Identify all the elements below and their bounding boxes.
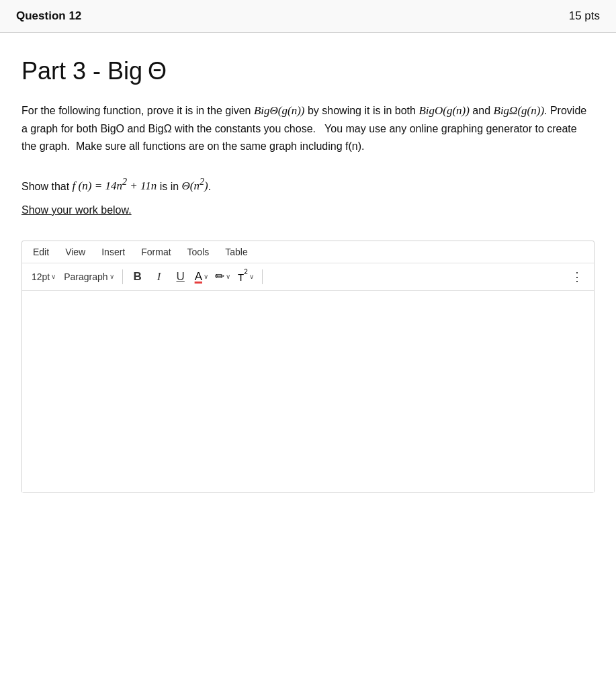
math-bigo: BigO(g(n)): [419, 104, 470, 117]
part-title: Part 3 - BigΘ: [21, 57, 595, 85]
highlight-chevron-icon: ∨: [226, 273, 230, 280]
font-color-chevron-icon: ∨: [204, 273, 208, 280]
math-bigomega: BigΩ(g(n)): [494, 104, 545, 117]
theta-symbol: Θ: [148, 57, 167, 85]
paragraph-value: Paragraph: [64, 271, 107, 282]
menu-insert[interactable]: Insert: [99, 245, 128, 259]
math-bigo-theta: BigΘ(g(n)): [254, 104, 305, 117]
italic-button[interactable]: I: [150, 267, 169, 286]
math-function: f (n) = 14n2 + 11n: [73, 179, 157, 192]
description-text: For the following function, prove it is …: [21, 101, 595, 156]
highlight-button[interactable]: ✏ ∨: [213, 268, 232, 285]
menu-tools[interactable]: Tools: [185, 245, 212, 259]
italic-icon: I: [157, 270, 161, 284]
editor-toolbar: 12pt ∨ Paragraph ∨ B I U: [22, 263, 594, 291]
font-color-icon: A: [195, 270, 202, 284]
points-label: 15 pts: [569, 9, 600, 23]
toolbar-divider-1: [122, 269, 123, 284]
pencil-icon: ✏: [215, 269, 224, 284]
menu-format[interactable]: Format: [138, 245, 173, 259]
superscript-icon: T2: [238, 271, 248, 283]
underline-icon: U: [177, 270, 185, 284]
font-size-selector[interactable]: 12pt ∨: [29, 270, 58, 284]
text-area-body[interactable]: [22, 291, 594, 492]
paragraph-chevron-icon: ∨: [109, 273, 114, 280]
editor-container: Edit View Insert Format Tools Table 12pt…: [21, 241, 595, 493]
part-title-text: Part 3 - Big: [21, 57, 142, 85]
editor-menubar: Edit View Insert Format Tools Table: [22, 241, 594, 263]
menu-view[interactable]: View: [62, 245, 88, 259]
menu-edit[interactable]: Edit: [30, 245, 52, 259]
page-container: Question 12 15 pts Part 3 - BigΘ For the…: [0, 0, 616, 688]
underline-button[interactable]: U: [171, 267, 190, 286]
paragraph-selector[interactable]: Paragraph ∨: [61, 270, 116, 284]
question-label: Question 12: [16, 9, 81, 23]
font-size-chevron-icon: ∨: [51, 273, 56, 280]
bold-button[interactable]: B: [128, 267, 147, 286]
superscript-button[interactable]: T2 ∨: [235, 269, 257, 284]
math-theta-n2: Θ(n2): [182, 179, 208, 192]
toolbar-divider-2: [262, 269, 263, 284]
content-area: Part 3 - BigΘ For the following function…: [0, 33, 616, 509]
superscript-chevron-icon: ∨: [249, 273, 254, 280]
font-size-value: 12pt: [32, 271, 50, 282]
show-work-link[interactable]: Show your work below.: [21, 204, 132, 216]
header-bar: Question 12 15 pts: [0, 0, 616, 33]
show-that-line: Show that f (n) = 14n2 + 11n is in Θ(n2)…: [21, 175, 595, 196]
font-color-button[interactable]: A ∨: [193, 269, 210, 285]
more-options-button[interactable]: ⋮: [567, 268, 587, 286]
menu-table[interactable]: Table: [222, 245, 250, 259]
more-options-icon: ⋮: [571, 269, 583, 284]
bold-icon: B: [134, 270, 142, 284]
